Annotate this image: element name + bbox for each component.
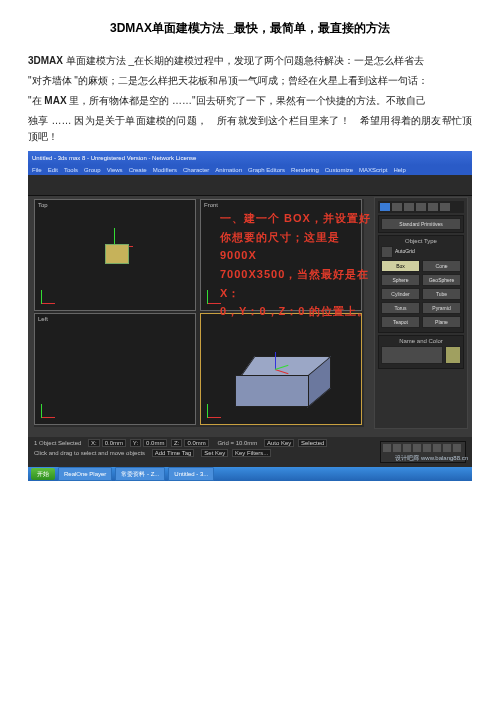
- doc-title: 3DMAX单面建模方法 _最快，最简单，最直接的方法: [28, 20, 472, 37]
- pyramid-button[interactable]: Pyramid: [422, 302, 461, 314]
- para3-bold: MAX: [44, 95, 66, 106]
- maximize-viewport-icon[interactable]: [453, 444, 461, 452]
- name-color-header: Name and Color: [381, 338, 461, 344]
- color-swatch[interactable]: [445, 346, 461, 364]
- command-panel-tabs[interactable]: [378, 201, 464, 213]
- coord-z-label: Z:: [171, 439, 182, 447]
- annotation-line-4: 0，Y：0，Z：0 的位置上。: [220, 302, 380, 321]
- menu-modifiers[interactable]: Modifiers: [153, 167, 177, 173]
- autogrid-label: AutoGrid: [395, 246, 461, 256]
- menu-group[interactable]: Group: [84, 167, 101, 173]
- window-titlebar: Untitled - 3ds max 8 - Unregistered Vers…: [28, 151, 472, 165]
- viewport-top-label: Top: [38, 202, 48, 208]
- window-title-text: Untitled - 3ds max 8 - Unregistered Vers…: [32, 155, 196, 161]
- para3-b: 里，所有物体都是空的 ……"回去研究了一下，果然有一个快捷的方法。不敢自己: [67, 95, 426, 106]
- setkey-button[interactable]: Set Key: [201, 449, 228, 457]
- cylinder-button[interactable]: Cylinder: [381, 288, 420, 300]
- plane-button[interactable]: Plane: [422, 316, 461, 328]
- menu-create[interactable]: Create: [129, 167, 147, 173]
- primitive-dropdown[interactable]: Standard Primitives: [381, 218, 461, 230]
- viewport-top[interactable]: Top: [34, 199, 196, 311]
- viewport-perspective[interactable]: [200, 313, 362, 425]
- embedded-screenshot: Untitled - 3ds max 8 - Unregistered Vers…: [28, 151, 472, 481]
- annotation-line-3: 7000X3500，当然最好是在 X：: [220, 265, 380, 302]
- menu-views[interactable]: Views: [107, 167, 123, 173]
- menu-help[interactable]: Help: [393, 167, 405, 173]
- torus-button[interactable]: Torus: [381, 302, 420, 314]
- gizmo-icon: [207, 398, 227, 418]
- gizmo-icon: [41, 398, 61, 418]
- coord-x-input[interactable]: 0.0mm: [102, 439, 126, 447]
- main-toolbar[interactable]: [28, 175, 472, 196]
- autokey-button[interactable]: Auto Key: [264, 439, 294, 447]
- object-type-header: Object Type: [381, 238, 461, 244]
- gizmo-icon: [41, 284, 61, 304]
- command-panel[interactable]: Standard Primitives Object Type AutoGrid…: [374, 197, 468, 429]
- teapot-button[interactable]: Teapot: [381, 316, 420, 328]
- menubar[interactable]: File Edit Tools Group Views Create Modif…: [28, 165, 472, 175]
- watermark: 设计吧廊 www.balang88.cn: [395, 454, 468, 463]
- taskbar-item[interactable]: 常委资料 - Z...: [115, 467, 165, 481]
- tab-motion-icon[interactable]: [416, 203, 426, 211]
- paragraph-2: "对齐墙体 "的麻烦；二是怎么样把天花板和吊顶一气呵成；曾经在火星上看到这样一句…: [28, 73, 472, 89]
- tab-create-icon[interactable]: [380, 203, 390, 211]
- tab-hierarchy-icon[interactable]: [404, 203, 414, 211]
- coord-z-input[interactable]: 0.0mm: [184, 439, 208, 447]
- viewport-left[interactable]: Left: [34, 313, 196, 425]
- zoom-all-icon[interactable]: [393, 444, 401, 452]
- viewport-left-label: Left: [38, 316, 48, 322]
- taskbar-item[interactable]: Untitled - 3...: [168, 467, 214, 481]
- sphere-button[interactable]: Sphere: [381, 274, 420, 286]
- menu-edit[interactable]: Edit: [48, 167, 58, 173]
- coord-y-input[interactable]: 0.0mm: [143, 439, 167, 447]
- selected-tool[interactable]: Selected: [298, 439, 327, 447]
- menu-rendering[interactable]: Rendering: [291, 167, 319, 173]
- zoom-extents-all-icon[interactable]: [413, 444, 421, 452]
- zoom-extents-icon[interactable]: [403, 444, 411, 452]
- para3-a: "在: [28, 95, 44, 106]
- annotation-line-2: 你想要的尺寸；这里是 9000X: [220, 228, 380, 265]
- gizmo-3d-icon: [271, 350, 291, 374]
- viewport-front-label: Front: [204, 202, 218, 208]
- geosphere-button[interactable]: GeoSphere: [422, 274, 461, 286]
- tab-utilities-icon[interactable]: [440, 203, 450, 211]
- annotation-line-1: 一、建一个 BOX，并设置好: [220, 209, 380, 228]
- zoom-icon[interactable]: [383, 444, 391, 452]
- tab-display-icon[interactable]: [428, 203, 438, 211]
- tab-modify-icon[interactable]: [392, 203, 402, 211]
- field-of-view-icon[interactable]: [423, 444, 431, 452]
- top-box-geometry[interactable]: [105, 244, 129, 264]
- orbit-icon[interactable]: [443, 444, 451, 452]
- grid-size: Grid = 10.0mm: [217, 440, 257, 446]
- selected-count: 1 Object Selected: [34, 440, 81, 446]
- paragraph-4: 独享 …… 因为是关于单面建模的问题， 所有就发到这个栏目里来了！ 希望用得着的…: [28, 113, 472, 145]
- paragraph-3: "在 MAX 里，所有物体都是空的 ……"回去研究了一下，果然有一个快捷的方法。…: [28, 93, 472, 109]
- menu-customize[interactable]: Customize: [325, 167, 353, 173]
- menu-file[interactable]: File: [32, 167, 42, 173]
- box-button[interactable]: Box: [381, 260, 420, 272]
- coord-y-label: Y:: [130, 439, 141, 447]
- windows-taskbar[interactable]: 开始 RealOne Player 常委资料 - Z... Untitled -…: [28, 467, 472, 481]
- pan-icon[interactable]: [433, 444, 441, 452]
- menu-animation[interactable]: Animation: [215, 167, 242, 173]
- object-name-input[interactable]: [381, 346, 443, 364]
- para1-text: 单面建模方法 _在长期的建模过程中，发现了两个问题急待解决：一是怎么样省去: [63, 55, 424, 66]
- start-button[interactable]: 开始: [31, 468, 55, 480]
- status-hint: Click and drag to select and move object…: [34, 450, 145, 456]
- add-time-tag[interactable]: Add Time Tag: [152, 449, 195, 457]
- coord-x-label: X:: [88, 439, 100, 447]
- cone-button[interactable]: Cone: [422, 260, 461, 272]
- menu-tools[interactable]: Tools: [64, 167, 78, 173]
- paragraph-1: 3DMAX 单面建模方法 _在长期的建模过程中，发现了两个问题急待解决：一是怎么…: [28, 53, 472, 69]
- menu-character[interactable]: Character: [183, 167, 209, 173]
- menu-maxscript[interactable]: MAXScript: [359, 167, 387, 173]
- keyfilters-button[interactable]: Key Filters...: [232, 449, 271, 457]
- tube-button[interactable]: Tube: [422, 288, 461, 300]
- menu-grapheditors[interactable]: Graph Editors: [248, 167, 285, 173]
- annotation-overlay: 一、建一个 BOX，并设置好 你想要的尺寸；这里是 9000X 7000X350…: [220, 209, 380, 321]
- para1-bold: 3DMAX: [28, 55, 63, 66]
- autogrid-checkbox[interactable]: [381, 246, 393, 258]
- taskbar-item[interactable]: RealOne Player: [58, 467, 112, 481]
